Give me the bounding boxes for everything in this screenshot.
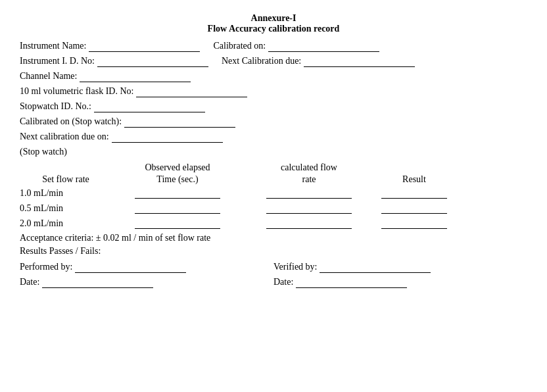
set-flow-2: 0.5 mL/min bbox=[20, 203, 112, 214]
date-right-input[interactable] bbox=[296, 277, 407, 288]
observed-elapsed-input-3[interactable] bbox=[135, 218, 220, 229]
observed-elapsed-3 bbox=[112, 218, 243, 229]
date-right-label: Date: bbox=[274, 277, 293, 287]
calculated-flow-input-2[interactable] bbox=[266, 203, 352, 214]
observed-elapsed-input-1[interactable] bbox=[135, 187, 220, 199]
performed-by-input[interactable] bbox=[75, 262, 186, 273]
performed-by-col: Performed by: bbox=[20, 262, 274, 273]
row-next-cal-due: Next calibration due on: bbox=[20, 132, 527, 143]
table-row: 2.0 mL/min bbox=[20, 218, 527, 229]
observed-elapsed-1 bbox=[112, 187, 243, 199]
title-flow-accuracy: Flow Accuracy calibration record bbox=[20, 24, 527, 34]
date-right-col: Date: bbox=[274, 277, 527, 288]
next-calibration-input[interactable] bbox=[304, 56, 415, 67]
flask-id-label: 10 ml volumetric flask ID. No: bbox=[20, 86, 133, 97]
set-flow-3: 2.0 mL/min bbox=[20, 218, 112, 229]
row-performed-verified: Performed by: Verified by: bbox=[20, 262, 527, 273]
calibrated-stop-input[interactable] bbox=[124, 116, 235, 128]
verified-by-col: Verified by: bbox=[274, 262, 527, 273]
table-header-row: Set flow rate Observed elapsed Time (sec… bbox=[20, 162, 527, 185]
date-left-label: Date: bbox=[20, 277, 39, 287]
row-channel-name: Channel Name: bbox=[20, 71, 527, 82]
calculated-flow-3 bbox=[243, 218, 375, 229]
table-row: 0.5 mL/min bbox=[20, 203, 527, 214]
observed-elapsed-2 bbox=[112, 203, 243, 214]
table-row: 1.0 mL/min bbox=[20, 187, 527, 199]
page-header: Annexure-I Flow Accuracy calibration rec… bbox=[20, 13, 527, 34]
acceptance-criteria: Acceptance criteria: ± 0.02 ml / min of … bbox=[20, 233, 527, 243]
verified-by-label: Verified by: bbox=[274, 262, 317, 272]
next-cal-due-input[interactable] bbox=[112, 132, 223, 143]
col-calculated-header: calculated flow rate bbox=[243, 162, 375, 185]
instrument-name-input[interactable] bbox=[89, 41, 200, 52]
flask-id-input[interactable] bbox=[136, 86, 247, 97]
row-dates: Date: Date: bbox=[20, 277, 527, 288]
row-instrument-id: Instrument I. D. No: Next Calibration du… bbox=[20, 56, 527, 67]
verified-by-input[interactable] bbox=[320, 262, 431, 273]
set-flow-1: 1.0 mL/min bbox=[20, 188, 112, 199]
results-passes-fails: Results Passes / Fails: bbox=[20, 246, 527, 257]
result-2 bbox=[375, 203, 454, 214]
calculated-flow-input-1[interactable] bbox=[266, 187, 352, 199]
stop-watch-note: (Stop watch) bbox=[20, 147, 527, 157]
channel-name-input[interactable] bbox=[80, 71, 191, 82]
result-3 bbox=[375, 218, 454, 229]
col-set-flow-header: Set flow rate bbox=[20, 174, 112, 185]
instrument-id-label: Instrument I. D. No: bbox=[20, 56, 95, 66]
performed-by-label: Performed by: bbox=[20, 262, 72, 272]
calculated-flow-input-3[interactable] bbox=[266, 218, 352, 229]
title-annexure: Annexure-I bbox=[20, 13, 527, 24]
row-instrument-name: Instrument Name: Calibrated on: bbox=[20, 41, 527, 52]
result-input-1[interactable] bbox=[381, 187, 447, 199]
col-result-header: Result bbox=[375, 174, 454, 185]
row-flask-id: 10 ml volumetric flask ID. No: bbox=[20, 86, 527, 97]
result-input-2[interactable] bbox=[381, 203, 447, 214]
flow-table: Set flow rate Observed elapsed Time (sec… bbox=[20, 162, 527, 229]
calibrated-on-input[interactable] bbox=[268, 41, 379, 52]
row-stopwatch-id: Stopwatch ID. No.: bbox=[20, 101, 527, 112]
next-calibration-label: Next Calibration due: bbox=[222, 56, 301, 66]
col-observed-header: Observed elapsed Time (sec.) bbox=[112, 162, 243, 185]
calculated-flow-2 bbox=[243, 203, 375, 214]
calibrated-stop-label: Calibrated on (Stop watch): bbox=[20, 116, 122, 127]
page-container: Annexure-I Flow Accuracy calibration rec… bbox=[20, 13, 527, 288]
observed-elapsed-input-2[interactable] bbox=[135, 203, 220, 214]
calibrated-on-label: Calibrated on: bbox=[213, 41, 266, 51]
result-input-3[interactable] bbox=[381, 218, 447, 229]
instrument-id-input[interactable] bbox=[97, 56, 208, 67]
stopwatch-id-input[interactable] bbox=[94, 101, 205, 112]
stopwatch-id-label: Stopwatch ID. No.: bbox=[20, 101, 91, 112]
channel-name-label: Channel Name: bbox=[20, 71, 77, 82]
row-calibrated-stop: Calibrated on (Stop watch): bbox=[20, 116, 527, 128]
calculated-flow-1 bbox=[243, 187, 375, 199]
next-cal-due-label: Next calibration due on: bbox=[20, 132, 109, 142]
result-1 bbox=[375, 187, 454, 199]
date-left-input[interactable] bbox=[42, 277, 153, 288]
instrument-name-label: Instrument Name: bbox=[20, 41, 86, 51]
date-left-col: Date: bbox=[20, 277, 274, 288]
